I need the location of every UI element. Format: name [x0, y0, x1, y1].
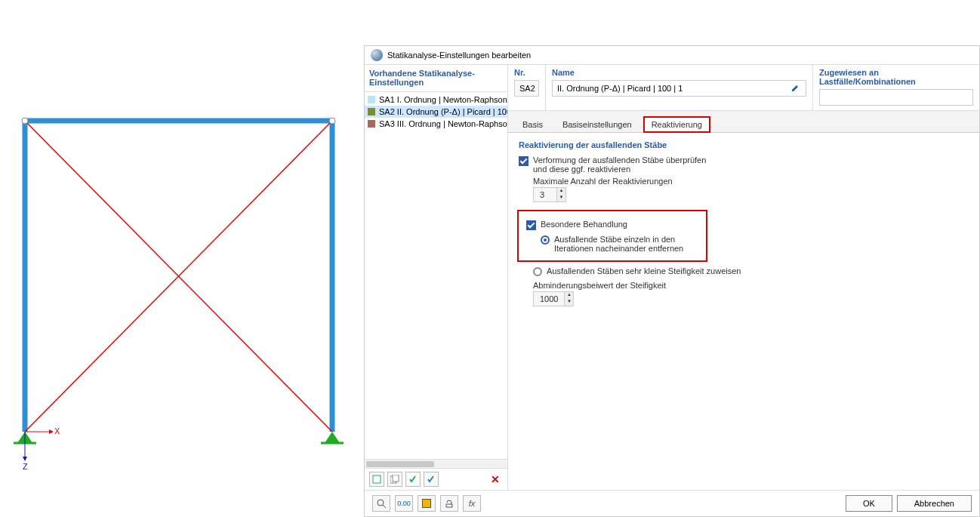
model-svg: X Z	[0, 106, 355, 475]
toggle-b-button[interactable]	[424, 472, 439, 487]
nr-input[interactable]: SA2	[514, 80, 539, 97]
radio-remove-individually-label: Ausfallende Stäbe einzeln in den Iterati…	[554, 235, 698, 253]
svg-rect-2	[393, 475, 399, 482]
list-item-code: SA2	[379, 107, 395, 116]
max-reactivations-spinner[interactable]: 3 ▲ ▼	[533, 187, 566, 202]
check-verify-deformation-row: Verformung der ausfallenden Stäbe überpr…	[519, 155, 969, 174]
axis-x-label: X	[54, 426, 60, 435]
dialog-titlebar[interactable]: Statikanalyse-Einstellungen bearbeiten	[365, 46, 979, 65]
spinner-up-icon[interactable]: ▲	[557, 188, 566, 195]
app-icon	[371, 49, 383, 61]
swatch-icon	[368, 96, 375, 103]
assigned-input[interactable]	[819, 89, 973, 106]
nr-column: Nr. SA2	[508, 65, 546, 110]
toggle-a-button[interactable]	[405, 472, 421, 487]
top-fields: Nr. SA2 Name II. Ordnung (P-Δ) | Picard …	[508, 65, 979, 111]
footer-tool-color[interactable]	[418, 495, 436, 512]
radio-remove-individually-row: Ausfallende Stäbe einzeln in den Iterati…	[541, 235, 698, 253]
horizontal-scrollbar[interactable]	[365, 459, 507, 468]
reduction-factor-label: Abminderungsbeiwert der Steifigkeit	[533, 281, 969, 290]
spinner-up-icon[interactable]: ▲	[565, 292, 573, 299]
swatch-icon	[368, 120, 375, 128]
name-value: II. Ordnung (P-Δ) | Picard | 100 | 1	[557, 84, 683, 93]
footer-tool-magnify[interactable]	[372, 495, 390, 512]
name-column: Name II. Ordnung (P-Δ) | Picard | 100 | …	[546, 65, 813, 110]
static-analysis-settings-dialog: Statikanalyse-Einstellungen bearbeiten V…	[364, 45, 980, 517]
dialog-title: Statikanalyse-Einstellungen bearbeiten	[387, 51, 531, 60]
list-item-label: III. Ordnung | Newton-Raphson | 1	[397, 119, 507, 128]
axis-x-arrow	[49, 429, 54, 434]
tab-content: Reaktivierung der ausfallenden Stäbe Ver…	[508, 133, 979, 490]
checkbox-verify-deformation[interactable]	[519, 156, 529, 166]
max-reactivations-block: Maximale Anzahl der Reaktivierungen 3 ▲ …	[533, 177, 969, 202]
model-viewport[interactable]: X Z	[0, 106, 355, 460]
axis-z-label: Z	[23, 462, 28, 471]
special-treatment-highlight: Besondere Behandlung Ausfallende Stäbe e…	[517, 210, 707, 262]
assigned-label: Zugewiesen an Lastfälle/Kombinationen	[819, 68, 973, 86]
reduction-factor-spinner[interactable]: 1000 ▲ ▼	[533, 291, 574, 306]
max-reactivations-value: 3	[534, 190, 556, 199]
name-input[interactable]: II. Ordnung (P-Δ) | Picard | 100 | 1	[552, 80, 806, 97]
svg-line-4	[383, 505, 386, 508]
analysis-settings-list[interactable]: SA1 I. Ordnung | Newton-Raphson SA2 II. …	[365, 92, 507, 459]
ok-button[interactable]: OK	[846, 495, 892, 512]
radio-small-stiffness-row: Ausfallenden Stäben sehr kleine Steifigk…	[533, 266, 969, 276]
list-item-code: SA1	[379, 95, 395, 104]
left-panel: Vorhandene Statikanalyse-Einstellungen S…	[365, 65, 508, 490]
new-button[interactable]	[369, 472, 384, 487]
checkbox-special-treatment[interactable]	[526, 220, 536, 230]
list-item-sa3[interactable]: SA3 III. Ordnung | Newton-Raphson | 1	[365, 118, 507, 130]
tab-reaktivierung[interactable]: Reaktivierung	[643, 116, 710, 133]
name-label: Name	[552, 68, 806, 77]
node-top-right	[329, 118, 335, 124]
delete-button[interactable]: ✕	[488, 472, 503, 487]
footer-tool-lock[interactable]	[440, 495, 458, 512]
cancel-button[interactable]: Abbrechen	[897, 495, 972, 512]
tab-basiseinstellungen[interactable]: Basiseinstellungen	[554, 116, 640, 132]
right-panel: Nr. SA2 Name II. Ordnung (P-Δ) | Picard …	[508, 65, 979, 490]
copy-button[interactable]	[387, 472, 402, 487]
nr-value: SA2	[519, 84, 535, 93]
support-right	[325, 432, 340, 443]
list-item-code: SA3	[379, 119, 395, 128]
spinner-down-icon[interactable]: ▼	[557, 195, 566, 202]
svg-point-3	[378, 500, 384, 506]
scrollbar-thumb[interactable]	[366, 461, 434, 467]
list-item-sa1[interactable]: SA1 I. Ordnung | Newton-Raphson	[365, 94, 507, 106]
assigned-column: Zugewiesen an Lastfälle/Kombinationen	[813, 65, 979, 110]
dialog-footer: 0.00 fx OK Abbrechen	[365, 490, 979, 516]
radio-remove-individually[interactable]	[541, 235, 550, 245]
axis-z-arrow	[23, 457, 27, 461]
checkbox-special-treatment-label: Besondere Behandlung	[541, 220, 627, 229]
footer-tool-calc[interactable]: fx	[463, 495, 481, 512]
svg-rect-0	[373, 475, 381, 483]
footer-tool-units[interactable]: 0.00	[395, 495, 413, 512]
tabs: Basis Basiseinstellungen Reaktivierung	[508, 111, 979, 133]
check-special-treatment-row: Besondere Behandlung	[526, 220, 698, 230]
list-item-label: II. Ordnung (P-Δ) | Picard | 100 | 1	[397, 107, 507, 116]
max-reactivations-label: Maximale Anzahl der Reaktivierungen	[533, 177, 969, 186]
dialog-body: Vorhandene Statikanalyse-Einstellungen S…	[365, 65, 979, 490]
nr-label: Nr.	[514, 68, 539, 77]
list-item-sa2[interactable]: SA2 II. Ordnung (P-Δ) | Picard | 100 | 1	[365, 106, 507, 118]
reduction-factor-block: Abminderungsbeiwert der Steifigkeit 1000…	[533, 281, 969, 306]
checkbox-verify-deformation-label: Verformung der ausfallenden Stäbe überpr…	[533, 155, 707, 174]
radio-small-stiffness[interactable]	[533, 267, 542, 276]
reduction-factor-value: 1000	[534, 294, 564, 303]
list-item-label: I. Ordnung | Newton-Raphson	[397, 95, 507, 104]
edit-name-icon[interactable]	[790, 82, 803, 94]
left-panel-header: Vorhandene Statikanalyse-Einstellungen	[365, 65, 507, 92]
spinner-down-icon[interactable]: ▼	[565, 299, 573, 306]
swatch-icon	[368, 108, 375, 115]
node-top-left	[22, 118, 28, 124]
radio-small-stiffness-label: Ausfallenden Stäben sehr kleine Steifigk…	[547, 266, 741, 275]
reactivation-section-title: Reaktivierung der ausfallenden Stäbe	[519, 140, 969, 149]
left-toolbar: ✕	[365, 468, 507, 490]
tab-basis[interactable]: Basis	[514, 116, 551, 132]
